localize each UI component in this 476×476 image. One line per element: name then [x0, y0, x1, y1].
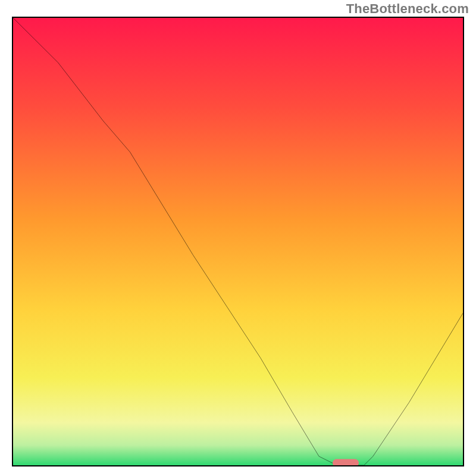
optimum-marker	[333, 459, 359, 466]
plot-area	[12, 17, 464, 466]
watermark-text: TheBottleneck.com	[346, 1, 469, 17]
chart-container: TheBottleneck.com	[0, 0, 476, 476]
curve-path	[13, 18, 463, 465]
curve-layer	[13, 18, 463, 465]
